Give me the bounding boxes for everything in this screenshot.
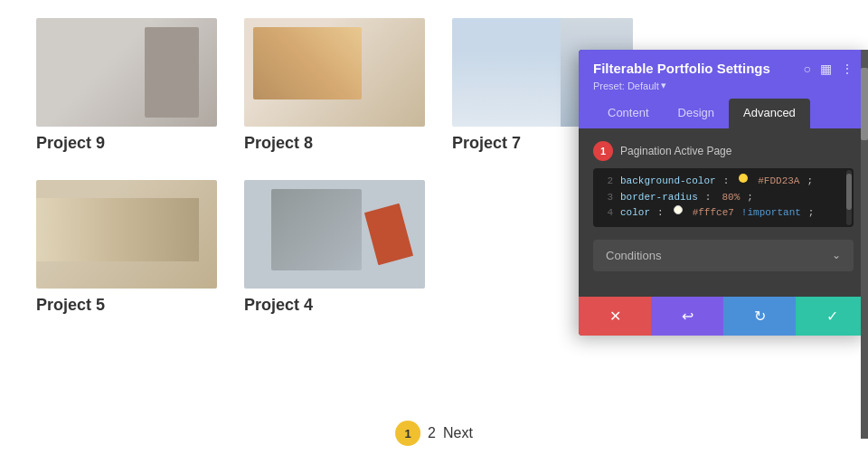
code-line-3: 3 border-radius : 80% ; <box>600 190 846 206</box>
preset-label: Preset: Default <box>593 80 659 91</box>
list-item: Project 5 <box>36 180 217 315</box>
panel-header: Filterable Portfolio Settings ○ ▦ ⋮ Pres… <box>579 50 868 128</box>
save-button[interactable]: ✓ <box>796 297 868 336</box>
settings-panel: Filterable Portfolio Settings ○ ▦ ⋮ Pres… <box>579 50 868 336</box>
page-number-2[interactable]: 2 <box>428 425 436 441</box>
chevron-down-icon: ⌄ <box>832 249 841 261</box>
project-thumbnail <box>36 18 217 127</box>
pagination: 1 2 Next <box>395 421 473 446</box>
panel-preset[interactable]: Preset: Default ▾ <box>593 80 854 91</box>
undo-button[interactable]: ↩ <box>651 297 723 336</box>
list-item: Project 4 <box>244 180 425 315</box>
conditions-section[interactable]: Conditions ⌄ <box>593 240 854 271</box>
code-scrollbar-thumb <box>846 174 852 210</box>
color-dot-color <box>674 205 683 214</box>
css-code-editor[interactable]: 2 background-color : #FDD23A ; 3 border-… <box>593 168 854 227</box>
panel-header-icons: ○ ▦ ⋮ <box>804 62 854 76</box>
project-thumbnail <box>244 18 425 127</box>
tab-design[interactable]: Design <box>664 99 729 128</box>
list-item: Project 8 <box>244 18 425 153</box>
page-next-link[interactable]: Next <box>443 425 473 441</box>
panel-title-row: Filterable Portfolio Settings ○ ▦ ⋮ <box>593 61 854 76</box>
cancel-button[interactable]: ✕ <box>579 297 651 336</box>
tab-advanced[interactable]: Advanced <box>729 99 810 128</box>
panel-tabs: Content Design Advanced <box>593 99 854 128</box>
list-item: Project 9 <box>36 18 217 153</box>
color-dot-bg <box>739 174 748 183</box>
action-buttons: ✕ ↩ ↻ ✓ <box>579 297 868 336</box>
circle-icon[interactable]: ○ <box>804 62 811 76</box>
panel-title: Filterable Portfolio Settings <box>593 61 770 76</box>
panel-body: 1 Pagination Active Page 2 background-co… <box>579 128 868 297</box>
preset-arrow: ▾ <box>661 80 666 91</box>
project-label: Project 5 <box>36 296 217 315</box>
project-label: Project 4 <box>244 296 425 315</box>
project-label: Project 8 <box>244 134 425 153</box>
redo-button[interactable]: ↻ <box>723 297 796 336</box>
conditions-label: Conditions <box>606 249 661 262</box>
css-editor-label-row: 1 Pagination Active Page <box>593 141 854 161</box>
project-thumbnail <box>244 180 425 289</box>
project-label: Project 9 <box>36 134 217 153</box>
code-line-4: 4 color : #fffce7 !important ; <box>600 205 846 222</box>
css-section-badge: 1 <box>593 141 613 161</box>
code-scrollbar[interactable] <box>846 170 852 225</box>
tab-content[interactable]: Content <box>593 99 664 128</box>
css-editor-label: Pagination Active Page <box>620 145 731 157</box>
more-icon[interactable]: ⋮ <box>841 62 854 76</box>
code-line-2: 2 background-color : #FDD23A ; <box>600 174 846 190</box>
project-thumbnail <box>36 180 217 289</box>
panel-scrollbar[interactable] <box>861 50 868 439</box>
grid-icon[interactable]: ▦ <box>820 62 832 76</box>
active-page-badge[interactable]: 1 <box>395 421 420 446</box>
panel-scrollbar-thumb <box>861 68 868 140</box>
